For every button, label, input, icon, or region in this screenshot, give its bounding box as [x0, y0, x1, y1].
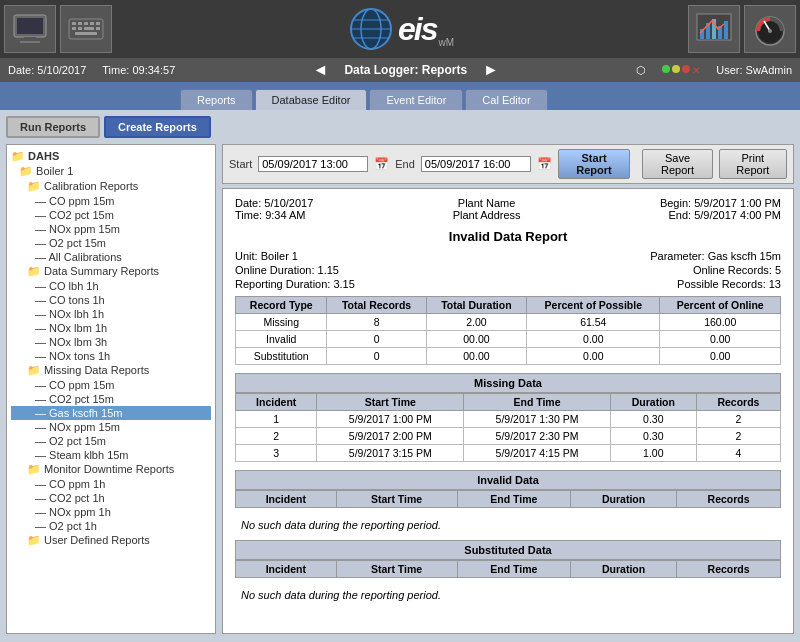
cell: 8 — [327, 314, 426, 331]
svg-rect-2 — [20, 41, 40, 43]
missing-data-header: Missing Data — [235, 373, 781, 393]
tree-item-dahs[interactable]: 📁 DAHS — [11, 149, 211, 164]
keyboard-icon — [66, 11, 106, 47]
tree-item-user-defined[interactable]: 📁 User Defined Reports — [11, 533, 211, 548]
cell: 1.00 — [610, 445, 696, 462]
cell: 5/9/2017 1:30 PM — [464, 411, 611, 428]
tree-item-o2-pct-15m[interactable]: — O2 pct 15m — [11, 236, 211, 250]
tree-item-co-ppm-15m-2[interactable]: — CO ppm 15m — [11, 378, 211, 392]
tree-panel[interactable]: 📁 DAHS 📁 Boiler 1 📁 Calibration Reports … — [6, 144, 216, 634]
logo-area: eis wM — [346, 6, 454, 52]
cell: Missing — [236, 314, 327, 331]
col-duration: Duration — [610, 394, 696, 411]
reporting-row: Reporting Duration: 3.15 Possible Record… — [235, 278, 781, 290]
app-icon-2[interactable] — [60, 5, 112, 53]
tree-item-missing-data[interactable]: 📁 Missing Data Reports — [11, 363, 211, 378]
tree-item-boiler1[interactable]: 📁 Boiler 1 — [11, 164, 211, 179]
tree-item-cal-reports[interactable]: 📁 Calibration Reports — [11, 179, 211, 194]
app-icon-1[interactable] — [4, 5, 56, 53]
tree-item-o2-pct-1h[interactable]: — O2 pct 1h — [11, 519, 211, 533]
user-display: User: SwAdmin — [716, 64, 792, 76]
report-header-left: Date: 5/10/2017 Time: 9:34 AM — [235, 197, 313, 221]
sub-tab-run-reports[interactable]: Run Reports — [6, 116, 100, 138]
tab-database-editor[interactable]: Database Editor — [255, 89, 368, 110]
report-content[interactable]: Date: 5/10/2017 Time: 9:34 AM Plant Name… — [222, 188, 794, 634]
cell: 1 — [236, 411, 317, 428]
col-pct-possible: Percent of Possible — [527, 297, 660, 314]
cell: 0 — [327, 348, 426, 365]
tree-item-co2-pct-15m[interactable]: — CO2 pct 15m — [11, 208, 211, 222]
gauge-icon[interactable] — [744, 5, 796, 53]
tree-item-monitor-downtime[interactable]: 📁 Monitor Downtime Reports — [11, 462, 211, 477]
col-end-time: End Time — [457, 561, 570, 578]
tab-reports[interactable]: Reports — [180, 89, 253, 110]
col-end-time: End Time — [457, 491, 570, 508]
invalid-no-data: No such data during the reporting period… — [235, 516, 781, 534]
start-date-input[interactable] — [258, 156, 368, 172]
tree-item-all-cals[interactable]: — All Calibrations — [11, 250, 211, 264]
cell: 3 — [236, 445, 317, 462]
svg-rect-12 — [84, 27, 94, 30]
tree-item-co-lbh-1h[interactable]: — CO lbh 1h — [11, 279, 211, 293]
report-title: Invalid Data Report — [235, 229, 781, 244]
tree-item-co-ppm-15m[interactable]: — CO ppm 15m — [11, 194, 211, 208]
tree-item-nox-ppm-15m-2[interactable]: — NOx ppm 15m — [11, 420, 211, 434]
tree-item-co-ppm-1h[interactable]: — CO ppm 1h — [11, 477, 211, 491]
online-duration: Online Duration: 1.15 — [235, 264, 339, 276]
svg-point-29 — [768, 29, 772, 33]
cell: 160.00 — [660, 314, 781, 331]
save-report-button[interactable]: Save Report — [642, 149, 712, 179]
svg-rect-14 — [75, 32, 97, 35]
col-records: Records — [677, 491, 781, 508]
sub-tab-create-reports[interactable]: Create Reports — [104, 116, 211, 138]
x-mark: ✕ — [692, 65, 700, 76]
cell: 61.54 — [527, 314, 660, 331]
start-calendar-icon[interactable]: 📅 — [374, 157, 389, 171]
chart-icon[interactable] — [688, 5, 740, 53]
tree-item-data-summary[interactable]: 📁 Data Summary Reports — [11, 264, 211, 279]
tree-item-o2-pct-15m-2[interactable]: — O2 pct 15m — [11, 434, 211, 448]
nav-arrow-left[interactable]: ◄ — [313, 61, 329, 79]
cell: 00.00 — [426, 348, 527, 365]
tree-item-nox-ppm-15m[interactable]: — NOx ppm 15m — [11, 222, 211, 236]
nav-icon[interactable]: ⬡ — [636, 64, 646, 77]
start-report-button[interactable]: Start Report — [558, 149, 630, 179]
col-record-type: Record Type — [236, 297, 327, 314]
tree-item-nox-ppm-1h[interactable]: — NOx ppm 1h — [11, 505, 211, 519]
cell: 0 — [327, 331, 426, 348]
tree-item-co2-pct-15m-2[interactable]: — CO2 pct 15m — [11, 392, 211, 406]
cell: 5/9/2017 2:30 PM — [464, 428, 611, 445]
col-incident: Incident — [236, 561, 337, 578]
report-panel: Start 📅 End 📅 Start Report Save Report P… — [222, 144, 794, 634]
tree-item-steam-klbh-15m[interactable]: — Steam klbh 15m — [11, 448, 211, 462]
tree-item-co2-pct-1h[interactable]: — CO2 pct 1h — [11, 491, 211, 505]
cell: 0.30 — [610, 411, 696, 428]
tree-item-nox-lbm-1h[interactable]: — NOx lbm 1h — [11, 321, 211, 335]
tree-item-nox-lbh-1h[interactable]: — NOx lbh 1h — [11, 307, 211, 321]
controls-bar: Start 📅 End 📅 Start Report Save Report P… — [222, 144, 794, 184]
svg-rect-6 — [78, 22, 82, 25]
time-display: Time: 09:34:57 — [102, 64, 175, 76]
dot-green — [662, 65, 670, 73]
table-row: 1 5/9/2017 1:00 PM 5/9/2017 1:30 PM 0.30… — [236, 411, 781, 428]
col-incident: Incident — [236, 491, 337, 508]
cell: 5/9/2017 1:00 PM — [317, 411, 464, 428]
col-start-time: Start Time — [317, 394, 464, 411]
end-date-input[interactable] — [421, 156, 531, 172]
tree-item-gas-kscfh-15m[interactable]: — Gas kscfh 15m — [11, 406, 211, 420]
dot-red — [682, 65, 690, 73]
print-report-button[interactable]: Print Report — [719, 149, 787, 179]
tree-item-nox-tons-1h[interactable]: — NOx tons 1h — [11, 349, 211, 363]
tree-item-nox-lbm-3h[interactable]: — NOx lbm 3h — [11, 335, 211, 349]
substituted-data-header: Substituted Data — [235, 540, 781, 560]
nav-arrow-right[interactable]: ► — [483, 61, 499, 79]
top-bar: eis wM — [0, 0, 800, 58]
tab-event-editor[interactable]: Event Editor — [369, 89, 463, 110]
folder-icon: 📁 — [27, 463, 41, 475]
end-calendar-icon[interactable]: 📅 — [537, 157, 552, 171]
tree-item-co-tons-1h[interactable]: — CO tons 1h — [11, 293, 211, 307]
tab-cal-editor[interactable]: Cal Editor — [465, 89, 547, 110]
sub-tab-row: Run Reports Create Reports — [6, 116, 794, 138]
top-icons-right — [684, 1, 800, 57]
plant-name: Plant Name — [453, 197, 521, 209]
